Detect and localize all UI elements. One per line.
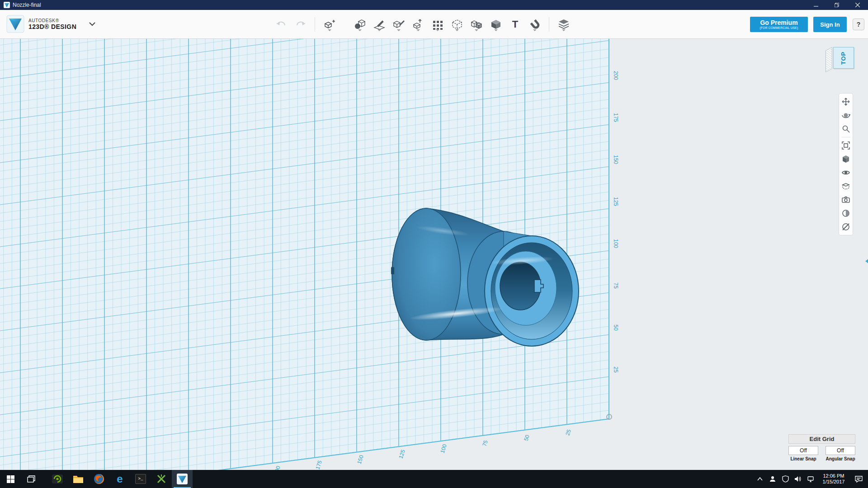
eye-icon[interactable] [839,166,853,179]
y-axis-label: 50 [613,323,619,332]
section-icon[interactable] [839,179,853,193]
file-explorer-icon[interactable] [68,470,89,488]
group-tool-icon[interactable] [486,14,505,34]
linear-snap-button[interactable]: Off [788,446,818,455]
orbit-icon[interactable] [839,108,853,122]
start-icon[interactable] [0,470,21,488]
view-cube-label: TOP [840,51,847,65]
material-tool-icon[interactable] [554,14,573,34]
tool-strip: T [271,14,573,35]
123d-logo-icon [6,15,24,33]
titlebar: Nozzle-final [0,0,868,10]
help-button[interactable]: ? [853,19,864,30]
clock-time: 12:06 PM [818,473,849,479]
text-tool[interactable]: T [505,14,525,34]
angular-snap-label: Angular Snap [826,456,855,461]
green-x-app-icon[interactable] [151,470,172,488]
close-icon[interactable] [847,0,868,10]
x-axis-label: 50 [522,431,531,444]
y-axis-label: 125 [613,197,619,206]
brand-line1: AUTODESK® [28,18,76,23]
app-icon [4,2,10,8]
x-axis-label: 175 [314,458,323,470]
go-premium-label: Go Premium [760,19,797,26]
y-axis-label: 175 [613,113,619,122]
view-cube-side-face[interactable] [826,47,832,72]
y-axis-label: 100 [613,239,619,248]
edit-grid-button[interactable]: Edit Grid [788,434,855,444]
edge-glyph: e [117,473,123,485]
modify-tool-icon[interactable] [408,14,428,34]
minimize-icon[interactable] [806,0,826,10]
angular-snap-button[interactable]: Off [826,446,855,455]
panel-collapse-arrow[interactable] [863,258,868,264]
x-axis-label: 125 [397,447,406,460]
navigation-toolbar [839,93,853,235]
magnet-tool-icon[interactable] [525,14,544,34]
nozzle-model[interactable] [389,204,583,353]
task-view-icon[interactable] [21,470,42,488]
view-cube-top-face[interactable]: TOP [833,47,854,69]
clock-date: 1/15/2017 [818,479,849,485]
x-axis-label: 200 [272,464,282,470]
y-axis-label: 25 [613,365,619,374]
pan-icon[interactable] [839,95,853,108]
camera-icon[interactable] [839,193,853,206]
firefox-icon[interactable] [89,470,109,488]
x-axis-label: 75 [480,436,490,450]
toolbar-separator [549,17,549,32]
system-tray: 12:06 PM 1/15/2017 [754,470,868,488]
terminal-icon[interactable]: >_ [130,470,151,488]
network-icon[interactable] [805,470,816,488]
sketch-tool-icon[interactable] [369,14,389,34]
material-on-icon[interactable] [839,206,853,220]
speaker-icon[interactable] [792,470,804,488]
y-axis-label: 150 [613,155,619,164]
combine-tool-icon[interactable] [467,14,486,34]
window-title: Nozzle-final [13,2,41,8]
y-axis-label: 200 [613,71,619,80]
action-center-icon[interactable] [851,470,866,488]
linear-snap-label: Linear Snap [788,456,818,461]
taskbar-gap [42,470,47,488]
fit-view-icon[interactable] [839,139,853,152]
y-axis-label: 75 [613,281,619,290]
tray-chevron-icon[interactable] [754,470,766,488]
view-cube[interactable]: TOP [826,45,860,77]
construct-tool-icon[interactable] [389,14,408,34]
toolbar-separator [315,17,315,32]
primitives-tool-icon[interactable] [350,14,369,34]
123d-app-icon[interactable] [172,470,193,488]
redo-icon[interactable] [291,14,310,34]
move-tool-icon[interactable] [320,14,339,34]
green-swirl-app-icon[interactable] [47,470,68,488]
x-axis-label: 150 [355,453,365,466]
x-axis-label: 25 [563,426,573,439]
zoom-icon[interactable] [839,122,853,136]
grid-origin-marker [606,414,612,420]
taskbar-clock[interactable]: 12:06 PM 1/15/2017 [817,473,850,485]
main-toolbar: AUTODESK® 123D® DESIGN T Go Premium (FOR… [0,10,868,39]
snap-tool-icon[interactable] [447,14,467,34]
taskbar-spacer [193,470,754,488]
go-premium-button[interactable]: Go Premium (FOR COMMERCIAL USE) [750,17,808,32]
text-tool-glyph: T [512,19,518,30]
undo-icon[interactable] [271,14,291,34]
brand: AUTODESK® 123D® DESIGN [6,15,76,33]
sign-in-button[interactable]: Sign In [813,17,847,32]
edge-icon[interactable]: e [109,470,130,488]
material-off-icon[interactable] [839,220,853,234]
restore-icon[interactable] [826,0,847,10]
menu-chevron-icon[interactable] [89,20,96,28]
pattern-tool-icon[interactable] [428,14,447,34]
brand-line2: 123D® DESIGN [28,23,76,30]
go-premium-sublabel: (FOR COMMERCIAL USE) [760,26,798,29]
shade-cube-icon[interactable] [839,152,853,166]
taskbar: e >_ 12:06 PM 1/15/2017 [0,470,868,488]
x-axis-label: 100 [439,442,448,455]
toolbar-divider [841,137,850,137]
brand-text: AUTODESK® 123D® DESIGN [28,18,76,30]
viewport[interactable]: 200 175 150 125 100 75 50 25 25 50 75 10… [0,39,868,470]
shield-icon[interactable] [779,470,791,488]
people-icon[interactable] [767,470,778,488]
